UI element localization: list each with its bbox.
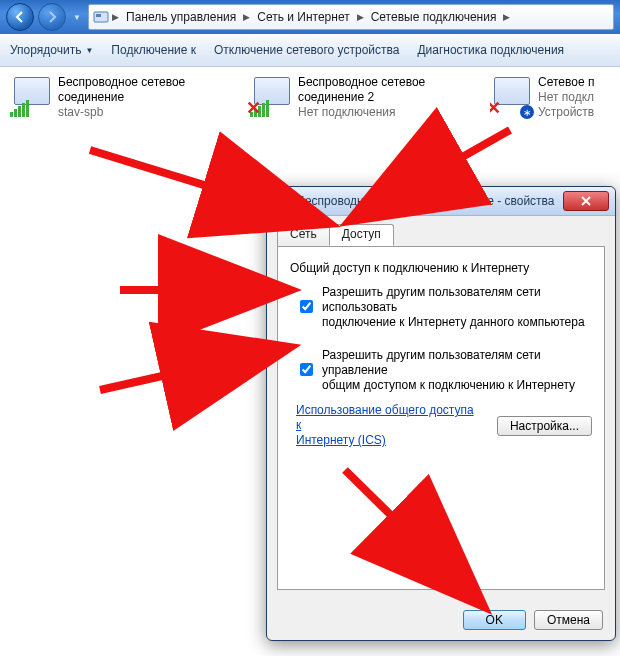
dialog-icon	[273, 192, 291, 210]
dialog-title-bar[interactable]: Беспроводное сетевое соединение - свойст…	[267, 187, 615, 216]
connection-title: соединение	[58, 90, 185, 105]
organize-menu[interactable]: Упорядочить ▼	[10, 43, 93, 57]
close-icon	[581, 196, 591, 206]
ok-button[interactable]: OK	[463, 610, 526, 630]
connection-status: Нет подключения	[298, 105, 425, 120]
allow-control-checkbox[interactable]	[300, 349, 313, 390]
breadcrumb-segment[interactable]: Панель управления	[122, 10, 240, 24]
allow-share-checkbox-row: Разрешить другим пользователям сети испо…	[296, 285, 592, 330]
address-bar[interactable]: ▶ Панель управления ▶ Сеть и Интернет ▶ …	[88, 4, 614, 30]
dialog-title: Беспроводное сетевое соединение - свойст…	[297, 194, 557, 208]
close-button[interactable]	[563, 191, 609, 211]
connect-to-menu[interactable]: Подключение к	[111, 43, 196, 57]
nav-back-button[interactable]	[6, 3, 34, 31]
wifi-icon	[10, 75, 52, 117]
breadcrumb-segment[interactable]: Сетевые подключения	[367, 10, 501, 24]
settings-button[interactable]: Настройка...	[497, 416, 592, 436]
ics-help-link[interactable]: Использование общего доступа к Интернету…	[296, 403, 476, 448]
connection-item[interactable]: Беспроводное сетевое соединение stav-spb	[10, 75, 240, 656]
connection-title: Сетевое п	[538, 75, 594, 90]
connection-title: Беспроводное сетевое	[58, 75, 185, 90]
connection-title: соединение 2	[298, 90, 425, 105]
allow-share-label: Разрешить другим пользователям сети испо…	[322, 285, 592, 330]
chevron-right-icon: ▶	[111, 12, 120, 22]
organize-label: Упорядочить	[10, 43, 81, 57]
tab-network[interactable]: Сеть	[277, 224, 330, 246]
explorer-nav-bar: ▼ ▶ Панель управления ▶ Сеть и Интернет …	[0, 0, 620, 34]
sharing-tab-panel: Общий доступ к подключению к Интернету Р…	[277, 246, 605, 590]
diagnose-button[interactable]: Диагностика подключения	[417, 43, 564, 57]
connection-status: stav-spb	[58, 105, 185, 120]
address-bar-icon	[93, 9, 109, 25]
properties-dialog: Беспроводное сетевое соединение - свойст…	[266, 186, 616, 641]
allow-control-label: Разрешить другим пользователям сети упра…	[322, 348, 592, 393]
svg-rect-1	[96, 14, 101, 17]
connection-status: Устройств	[538, 105, 594, 120]
chevron-right-icon: ▶	[242, 12, 251, 22]
connect-label: Подключение к	[111, 43, 196, 57]
wifi-icon: ✕	[250, 75, 292, 117]
connection-title: Беспроводное сетевое	[298, 75, 425, 90]
chevron-down-icon: ▼	[85, 46, 93, 55]
cancel-button[interactable]: Отмена	[534, 610, 603, 630]
connection-status: Нет подкл	[538, 90, 594, 105]
breadcrumb-segment[interactable]: Сеть и Интернет	[253, 10, 353, 24]
tab-strip: Сеть Доступ	[277, 224, 605, 246]
nav-forward-button[interactable]	[38, 3, 66, 31]
disconnected-overlay-icon: ✕	[246, 97, 261, 119]
chevron-right-icon: ▶	[356, 12, 365, 22]
command-bar: Упорядочить ▼ Подключение к Отключение с…	[0, 34, 620, 67]
bluetooth-overlay-icon: ∗	[520, 105, 534, 119]
nav-history-dropdown[interactable]: ▼	[70, 4, 84, 30]
diagnose-label: Диагностика подключения	[417, 43, 564, 57]
chevron-right-icon: ▶	[502, 12, 511, 22]
tab-sharing[interactable]: Доступ	[329, 224, 394, 246]
disconnected-overlay-icon: ✕	[490, 97, 501, 119]
disable-label: Отключение сетевого устройства	[214, 43, 399, 57]
network-icon: ✕ ∗	[490, 75, 532, 117]
group-title: Общий доступ к подключению к Интернету	[290, 261, 592, 275]
disable-device-button[interactable]: Отключение сетевого устройства	[214, 43, 399, 57]
allow-control-checkbox-row: Разрешить другим пользователям сети упра…	[296, 348, 592, 393]
dialog-footer: OK Отмена	[267, 600, 615, 640]
allow-share-checkbox[interactable]	[300, 286, 313, 327]
